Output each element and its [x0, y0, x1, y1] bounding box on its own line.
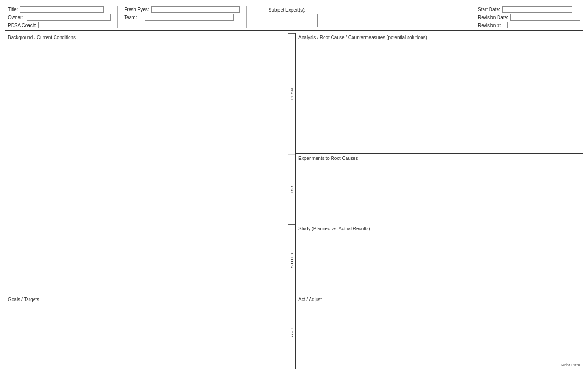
act-label-text: Act / Adjust: [298, 297, 580, 302]
start-date-input[interactable]: [502, 6, 572, 13]
revision-date-label: Revision Date:: [478, 15, 508, 20]
experiments-section[interactable]: Experiments to Root Causes: [296, 154, 583, 224]
study-label: STUDY: [288, 224, 295, 295]
analysis-section[interactable]: Analysis / Root Cause / Countermeasures …: [296, 33, 583, 154]
title-label: Title:: [8, 7, 18, 12]
subject-expert-input[interactable]: [257, 14, 318, 27]
pdsa-coach-field: PDSA Coach:: [8, 22, 111, 28]
plan-label: PLAN: [288, 33, 295, 154]
fresh-eyes-input[interactable]: [151, 6, 240, 13]
analysis-label: Analysis / Root Cause / Countermeasures …: [298, 35, 580, 40]
sections-col: Analysis / Root Cause / Countermeasures …: [296, 33, 583, 369]
team-label: Team:: [124, 15, 137, 20]
study-section[interactable]: Study (Planned vs. Actual Results): [296, 224, 583, 295]
revision-num-label: Revision #:: [478, 23, 501, 28]
background-section[interactable]: Background / Current Conditions: [5, 33, 288, 295]
team-input[interactable]: [145, 14, 234, 21]
title-field: Title:: [8, 6, 111, 13]
fresh-eyes-field: Fresh Eyes:: [124, 6, 239, 13]
pdsa-coach-input[interactable]: [38, 22, 108, 28]
team-field: Team:: [124, 14, 239, 21]
pdsa-labels: PLAN DO STUDY ACT: [288, 33, 296, 369]
header-subject: Subject Expert(s):: [257, 6, 318, 28]
main-grid: Background / Current Conditions Goals / …: [5, 33, 583, 369]
left-column: Background / Current Conditions Goals / …: [5, 33, 288, 369]
act-section[interactable]: Act / Adjust Print Date: [296, 295, 583, 369]
print-date: Print Date: [561, 363, 580, 367]
revision-num-field: Revision #:: [478, 22, 580, 28]
owner-label: Owner:: [8, 15, 23, 20]
owner-input[interactable]: [27, 14, 111, 21]
header-middle: Fresh Eyes: Team:: [124, 6, 239, 28]
header-right: Start Date: Revision Date: Revision #:: [478, 6, 580, 28]
owner-field: Owner:: [8, 14, 111, 21]
revision-date-field: Revision Date:: [478, 14, 580, 21]
fresh-eyes-label: Fresh Eyes:: [124, 7, 149, 12]
pdsa-coach-label: PDSA Coach:: [8, 23, 36, 28]
start-date-label: Start Date:: [478, 7, 500, 12]
experiments-label: Experiments to Root Causes: [298, 156, 580, 161]
goals-label: Goals / Targets: [8, 297, 285, 302]
title-input[interactable]: [20, 6, 104, 13]
header-left: Title: Owner: PDSA Coach:: [8, 6, 111, 28]
do-label: DO: [288, 154, 295, 224]
header-section: Title: Owner: PDSA Coach: Fresh Eyes: Te…: [5, 4, 583, 31]
act-label: ACT: [288, 295, 295, 369]
subject-expert-label: Subject Expert(s):: [269, 7, 305, 13]
background-label: Background / Current Conditions: [8, 35, 285, 40]
start-date-field: Start Date:: [478, 6, 580, 13]
right-column: PLAN DO STUDY ACT Analysis / Root Cause …: [288, 33, 583, 369]
goals-section[interactable]: Goals / Targets: [5, 295, 288, 369]
revision-date-input[interactable]: [510, 14, 580, 21]
revision-num-input[interactable]: [507, 22, 577, 28]
study-label-text: Study (Planned vs. Actual Results): [298, 226, 580, 231]
